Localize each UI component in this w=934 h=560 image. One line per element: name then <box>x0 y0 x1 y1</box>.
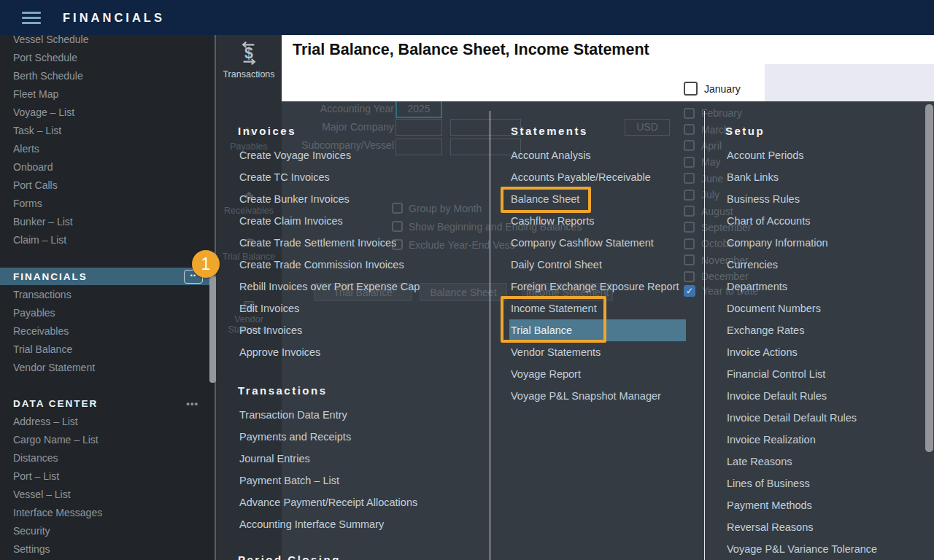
rail-item-transactions[interactable]: $ Transactions <box>216 41 282 79</box>
menu-item[interactable]: Create TC Invoices <box>238 166 493 188</box>
sidebar-item[interactable]: Receivables <box>0 322 216 341</box>
menu-item[interactable]: Account Analysis <box>509 144 686 166</box>
sidebar-scrollbar[interactable] <box>209 276 216 383</box>
menu-item[interactable]: Voyage P&L Variance Tolerance <box>725 538 930 560</box>
menu-item[interactable]: Accounts Payable/Receivable <box>509 166 686 188</box>
menu-item[interactable]: Journal Entries <box>238 448 493 470</box>
section-ellipsis-icon[interactable]: ••• <box>186 398 198 409</box>
sidebar-item[interactable]: Fleet Map <box>0 85 216 104</box>
sidebar-item[interactable]: Vendor Statement <box>0 359 216 377</box>
sidebar-item-label: Settings <box>13 543 50 555</box>
menu-item-label: Company Cashflow Statement <box>511 237 654 249</box>
menu-item-label: Invoice Realization <box>727 434 816 446</box>
sidebar-item[interactable]: Alerts <box>0 140 216 158</box>
menu-item[interactable]: Post Invoices <box>238 319 493 341</box>
sidebar-item[interactable]: Onboard <box>0 158 216 176</box>
menu-column-statements: Account AnalysisAccounts Payable/Receiva… <box>509 144 686 407</box>
menu-item[interactable]: Exchange Rates <box>725 319 930 341</box>
sidebar-item[interactable]: Port – List <box>0 467 216 486</box>
menu-item[interactable]: Document Numbers <box>725 298 930 319</box>
sidebar-item[interactable]: Vessel – List <box>0 486 216 504</box>
menu-item[interactable]: Daily Control Sheet <box>509 254 686 276</box>
sidebar-section-data-center[interactable]: DATA CENTER ••• <box>0 394 210 412</box>
sidebar-item[interactable]: Bunker – List <box>0 213 216 231</box>
menu-item[interactable]: Voyage P&L Snapshot Manager <box>509 385 686 407</box>
sidebar-item-label: Distances <box>13 452 58 464</box>
sidebar-item[interactable]: Forms <box>0 195 216 213</box>
accounting-year-field: 2025 <box>395 100 442 118</box>
sidebar-item[interactable]: Vessel Schedule <box>0 35 216 49</box>
sidebar-item-label: Vessel – List <box>13 489 71 500</box>
page-scrollbar[interactable] <box>925 104 933 452</box>
menu-item[interactable]: Payment Batch – List <box>238 470 493 491</box>
sidebar-item[interactable]: Payables <box>0 304 216 322</box>
menu-item[interactable]: Advance Payment/Receipt Allocations <box>238 491 493 513</box>
menu-heading-period-closing: Period Closing <box>238 553 341 560</box>
menu-item[interactable]: Create Voyage Invoices <box>238 144 493 166</box>
menu-item[interactable]: Payments and Receipts <box>238 426 493 448</box>
sidebar-item[interactable]: Security <box>0 522 216 540</box>
menu-item[interactable]: Departments <box>725 276 930 298</box>
menu-item[interactable]: Create Bunker Invoices <box>238 188 493 210</box>
menu-item[interactable]: Foreign Exchange Exposure Report <box>509 276 686 298</box>
menu-item[interactable]: Financial Control List <box>725 363 930 385</box>
menu-item[interactable]: Bank Links <box>725 166 930 188</box>
sidebar-item[interactable]: Voyage – List <box>0 104 216 122</box>
menu-item[interactable]: Chart of Accounts <box>725 210 930 232</box>
sidebar-item[interactable]: Address – List <box>0 413 216 431</box>
menu-item[interactable]: Invoice Default Rules <box>725 385 930 407</box>
sidebar-item-label: Voyage – List <box>13 106 74 118</box>
menu-item[interactable]: Edit Invoices <box>238 298 493 319</box>
menu-item[interactable]: Late Reasons <box>725 451 930 472</box>
annotation-step-badge: 1 <box>192 250 220 278</box>
sidebar-item[interactable]: Port Schedule <box>0 49 216 67</box>
menu-item-label: Daily Control Sheet <box>511 259 602 271</box>
currency-field: USD <box>625 119 670 136</box>
menu-item-label: Financial Control List <box>727 368 825 380</box>
sidebar-item[interactable]: Settings <box>0 540 216 559</box>
menu-item[interactable]: Create Claim Invoices <box>238 210 493 232</box>
menu-item[interactable]: Create Trade Settlement Invoices <box>238 232 493 254</box>
sidebar-item[interactable]: Port Calls <box>0 176 216 195</box>
menu-item[interactable]: Cashflow Reports <box>509 210 686 232</box>
menu-item[interactable]: Currencies <box>725 254 930 276</box>
sidebar: Vessel SchedulePort ScheduleBerth Schedu… <box>0 35 216 560</box>
sidebar-item[interactable]: Interface Messages <box>0 504 216 522</box>
menu-item[interactable]: Company Information <box>725 232 930 254</box>
menu-item[interactable]: Company Cashflow Statement <box>509 232 686 254</box>
menu-item[interactable]: Accounting Interface Summary <box>238 513 493 535</box>
menu-item[interactable]: Transaction Data Entry <box>238 404 493 426</box>
menu-item[interactable]: Invoice Realization <box>725 429 930 451</box>
menu-item[interactable]: Voyage Report <box>509 363 686 385</box>
sidebar-item-label: Onboard <box>13 161 53 173</box>
sidebar-item[interactable]: Task – List <box>0 122 216 140</box>
menu-item[interactable]: Lines of Business <box>725 472 930 494</box>
menu-item[interactable]: Rebill Invoices over Port Expense Cap <box>238 276 493 298</box>
sidebar-item[interactable]: Trial Balance <box>0 341 216 359</box>
menu-item-label: Journal Entries <box>239 453 310 464</box>
sidebar-item[interactable]: Cargo Name – List <box>0 431 216 449</box>
sidebar-item[interactable]: Transactions <box>0 286 216 304</box>
menu-item[interactable]: Payment Methods <box>725 494 930 516</box>
menu-icon[interactable] <box>22 9 41 27</box>
sidebar-section-financials[interactable]: FINANCIALS •• <box>0 268 210 285</box>
sidebar-item-label: Claim – List <box>13 234 66 246</box>
menu-item[interactable]: Reversal Reasons <box>725 516 930 538</box>
menu-item[interactable]: Create Trade Commission Invoices <box>238 254 493 276</box>
menu-item-label: Account Analysis <box>511 149 591 161</box>
january-checkbox[interactable] <box>684 82 698 96</box>
menu-item[interactable]: Account Periods <box>725 144 930 166</box>
menu-item-label: Create Voyage Invoices <box>239 149 351 161</box>
rail-item-label: Transactions <box>216 69 282 79</box>
menu-item-label: Accounting Interface Summary <box>239 518 384 530</box>
section-label-financials: FINANCIALS <box>0 271 184 282</box>
menu-item[interactable]: Invoice Actions <box>725 341 930 363</box>
menu-item[interactable]: Vendor Statements <box>509 341 686 363</box>
menu-item[interactable]: Approve Invoices <box>238 341 493 363</box>
menu-item[interactable]: Business Rules <box>725 188 930 210</box>
sidebar-item[interactable]: Distances <box>0 449 216 467</box>
checkbox-icon <box>684 108 695 119</box>
sidebar-item[interactable]: Claim – List <box>0 231 216 249</box>
sidebar-item[interactable]: Berth Schedule <box>0 67 216 85</box>
menu-item[interactable]: Invoice Detail Default Rules <box>725 407 930 429</box>
